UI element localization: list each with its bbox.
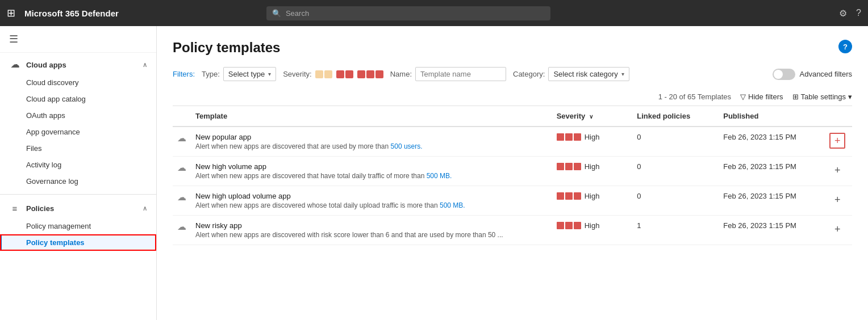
filters-label: Filters: bbox=[173, 70, 195, 78]
sev-med-1 bbox=[336, 70, 344, 78]
row-template-desc: Alert when new apps are discovered whose… bbox=[195, 201, 548, 209]
desc-link[interactable]: 500 MB. bbox=[440, 201, 465, 209]
col-severity-header[interactable]: Severity ∨ bbox=[552, 106, 633, 127]
category-label: Category: bbox=[513, 70, 545, 78]
severity-low[interactable] bbox=[315, 70, 332, 78]
severity-sort-icon: ∨ bbox=[589, 113, 593, 120]
desc-link[interactable]: 500 users. bbox=[391, 142, 423, 150]
table-settings-chevron: ▾ bbox=[848, 92, 852, 101]
template-cloud-icon: ☁ bbox=[177, 192, 186, 202]
severity-high[interactable] bbox=[357, 70, 383, 78]
advanced-filters-toggle[interactable]: Advanced filters bbox=[773, 69, 853, 80]
filters-row: Filters: Type: Select type ▾ Severity: bbox=[173, 67, 852, 81]
sev-sq-2 bbox=[565, 192, 573, 200]
row-template-desc: Alert when new apps are discovered with … bbox=[195, 231, 548, 239]
sidebar-section-policies: ≡ Policies ∧ Policy management Policy te… bbox=[0, 197, 156, 253]
severity-label: High bbox=[585, 221, 600, 230]
sidebar-top: ☰ bbox=[0, 26, 156, 53]
row-action-cell: + bbox=[825, 127, 852, 157]
settings-icon[interactable]: ⚙ bbox=[839, 8, 847, 19]
row-template-name: New high upload volume app bbox=[195, 192, 548, 200]
row-template-cell: New risky appAlert when new apps are dis… bbox=[191, 216, 552, 245]
sev-sq-2 bbox=[565, 133, 573, 141]
row-severity-cell: High bbox=[552, 157, 633, 186]
add-template-button[interactable]: + bbox=[829, 192, 845, 208]
page-header: Policy templates ? bbox=[173, 40, 852, 56]
sev-med-2 bbox=[345, 70, 353, 78]
row-template-desc: Alert when new apps are discovered that … bbox=[195, 172, 548, 180]
desc-link[interactable]: 500 MB. bbox=[427, 172, 452, 180]
severity-indicator: High bbox=[557, 221, 628, 230]
sidebar-item-app-governance[interactable]: App governance bbox=[0, 124, 156, 140]
template-cloud-icon: ☁ bbox=[177, 163, 186, 172]
table-row: ☁New risky appAlert when new apps are di… bbox=[173, 216, 852, 245]
table-row: ☁New popular appAlert when new apps are … bbox=[173, 127, 852, 157]
row-template-name: New risky app bbox=[195, 221, 548, 230]
template-cloud-icon: ☁ bbox=[177, 222, 186, 231]
sidebar-item-policy-management[interactable]: Policy management bbox=[0, 218, 156, 234]
sidebar-item-governance-log[interactable]: Governance log bbox=[0, 173, 156, 190]
advanced-filters-label: Advanced filters bbox=[800, 70, 853, 78]
category-filter: Category: Select risk category ▾ bbox=[513, 67, 629, 81]
severity-icons bbox=[557, 163, 581, 170]
table-row: ☁New high volume appAlert when new apps … bbox=[173, 157, 852, 186]
hamburger-icon[interactable]: ☰ bbox=[9, 33, 18, 45]
hide-filters-button[interactable]: ▽ Hide filters bbox=[740, 92, 783, 101]
sidebar-item-oauth-apps[interactable]: OAuth apps bbox=[0, 107, 156, 124]
search-input[interactable] bbox=[286, 9, 545, 18]
search-bar[interactable]: 🔍 bbox=[266, 6, 550, 20]
row-template-name: New high volume app bbox=[195, 162, 548, 171]
chevron-up-icon: ∧ bbox=[143, 61, 147, 69]
row-severity-cell: High bbox=[552, 216, 633, 245]
sev-high-1 bbox=[357, 70, 365, 78]
col-linked-header: Linked policies bbox=[632, 106, 719, 127]
sidebar-item-policies[interactable]: ≡ Policies ∧ bbox=[0, 199, 156, 218]
sidebar-item-cloud-discovery[interactable]: Cloud discovery bbox=[0, 74, 156, 91]
row-linked-cell: 0 bbox=[632, 186, 719, 216]
row-action-cell: + bbox=[825, 216, 852, 245]
help-circle-icon[interactable]: ? bbox=[838, 40, 852, 53]
advanced-filters-switch[interactable] bbox=[773, 69, 795, 80]
add-template-button[interactable]: + bbox=[829, 133, 845, 149]
sev-sq-3 bbox=[574, 192, 581, 200]
sidebar-item-policy-templates[interactable]: Policy templates bbox=[0, 234, 156, 251]
type-select[interactable]: Select type ▾ bbox=[223, 67, 276, 81]
app-title: Microsoft 365 Defender bbox=[24, 9, 119, 18]
table-info-row: 1 - 20 of 65 Templates ▽ Hide filters ⊞ … bbox=[173, 88, 852, 106]
topbar: ⊞ Microsoft 365 Defender 🔍 ⚙ ? bbox=[0, 0, 868, 26]
template-cloud-icon: ☁ bbox=[177, 133, 186, 143]
category-chevron-icon: ▾ bbox=[621, 71, 624, 77]
name-input[interactable] bbox=[415, 67, 506, 81]
row-published-cell: Feb 26, 2023 1:15 PM bbox=[719, 186, 825, 216]
table-settings-button[interactable]: ⊞ Table settings ▾ bbox=[792, 92, 853, 101]
sidebar-item-cloud-apps[interactable]: ☁ Cloud apps ∧ bbox=[0, 55, 156, 74]
table-row: ☁New high upload volume appAlert when ne… bbox=[173, 186, 852, 216]
sev-high-3 bbox=[375, 70, 383, 78]
sidebar-item-files[interactable]: Files bbox=[0, 140, 156, 157]
severity-medium[interactable] bbox=[336, 70, 353, 78]
templates-table: Template Severity ∨ Linked policies Publ… bbox=[173, 106, 852, 245]
name-label: Name: bbox=[390, 70, 412, 78]
table-count: 1 - 20 of 65 Templates bbox=[658, 92, 731, 101]
sev-low-1 bbox=[315, 70, 323, 78]
main-content: Policy templates ? Filters: Type: Select… bbox=[157, 26, 868, 320]
search-icon: 🔍 bbox=[272, 9, 281, 18]
category-value: Select risk category bbox=[553, 70, 617, 78]
category-select[interactable]: Select risk category ▾ bbox=[548, 67, 629, 81]
sidebar-item-cloud-app-catalog[interactable]: Cloud app catalog bbox=[0, 91, 156, 107]
sidebar-item-activity-log[interactable]: Activity log bbox=[0, 157, 156, 173]
add-template-button[interactable]: + bbox=[829, 221, 845, 237]
topbar-icons: ⚙ ? bbox=[839, 8, 861, 19]
col-action-header bbox=[825, 106, 852, 127]
add-template-button[interactable]: + bbox=[829, 162, 845, 178]
severity-label: High bbox=[585, 133, 600, 141]
help-icon[interactable]: ? bbox=[856, 8, 861, 18]
grid-icon[interactable]: ⊞ bbox=[7, 7, 15, 19]
policies-icon: ≡ bbox=[9, 204, 20, 213]
row-icon-cell: ☁ bbox=[173, 127, 191, 157]
row-linked-cell: 0 bbox=[632, 127, 719, 157]
row-published-cell: Feb 26, 2023 1:15 PM bbox=[719, 127, 825, 157]
type-label: Type: bbox=[202, 70, 220, 78]
sev-sq-3 bbox=[574, 133, 581, 141]
severity-icons bbox=[557, 133, 581, 141]
